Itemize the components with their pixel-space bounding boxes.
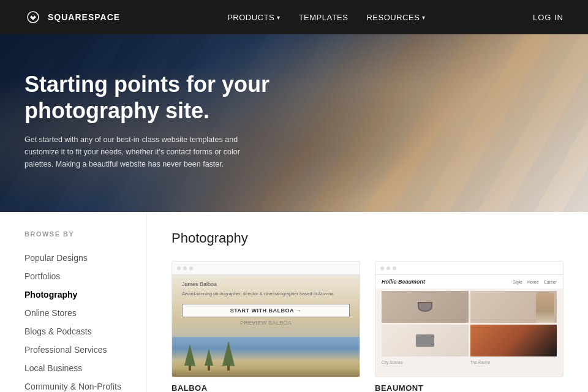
nav-templates[interactable]: TEMPLATES — [299, 13, 349, 22]
template-card-beaumont[interactable]: Hollie Beaumont Style Home Career — [375, 261, 564, 392]
beaumont-label-2: The Ravine — [470, 360, 557, 364]
logo-text: SQUARESPACE — [48, 12, 120, 22]
navbar: SQUARESPACE PRODUCTS ▾ TEMPLATES RESOURC… — [0, 0, 588, 34]
nav-resources[interactable]: RESOURCES ▾ — [366, 13, 425, 22]
beaumont-image-grid — [375, 288, 563, 359]
logo[interactable]: SQUARESPACE — [24, 9, 120, 26]
balboa-cta-secondary: PREVIEW BALBOA — [182, 320, 350, 326]
beaumont-label-1: City Scenes — [382, 360, 469, 364]
templates-heading: Photography — [172, 230, 564, 246]
sidebar-item-local-business[interactable]: Local Business — [24, 359, 122, 377]
chevron-down-icon-2: ▾ — [422, 14, 426, 21]
balboa-trees — [184, 341, 235, 371]
balboa-tree-2 — [205, 349, 213, 371]
balboa-cta-primary: START WITH BALBOA → — [182, 304, 350, 317]
balboa-tagline: Award-winning photographer, director & c… — [182, 291, 350, 298]
bowl-shape — [418, 302, 432, 312]
beaumont-dot-2 — [386, 266, 390, 270]
templates-area: Photography James Balboa Award-winning p… — [147, 212, 588, 392]
balboa-preview: James Balboa Award-winning photographer,… — [172, 261, 360, 377]
beaumont-image-4 — [470, 325, 557, 356]
balboa-template-name: BALBOA — [172, 383, 360, 392]
squarespace-logo-icon — [24, 9, 42, 26]
hero-section: Starting points for your photography sit… — [0, 34, 588, 212]
sidebar-item-photography[interactable]: Photography — [24, 285, 122, 304]
sidebar-item-blogs-podcasts[interactable]: Blogs & Podcasts — [24, 322, 122, 341]
sidebar-item-professional-services[interactable]: Professional Services — [24, 341, 122, 359]
person-shape — [536, 292, 554, 323]
beaumont-labels: City Scenes The Ravine — [375, 359, 563, 366]
beaumont-dot-3 — [393, 266, 396, 270]
browse-by-label: BROWSE BY — [24, 230, 122, 238]
sidebar-item-community-nonprofits[interactable]: Community & Non-Profits — [24, 377, 122, 392]
main-content: BROWSE BY Popular Designs Portfolios Pho… — [0, 212, 588, 392]
balboa-tree-1 — [184, 344, 195, 371]
tree-top-2 — [205, 349, 213, 366]
browser-dot-1 — [177, 266, 181, 270]
hero-content: Starting points for your photography sit… — [0, 34, 318, 195]
tree-top-3 — [222, 341, 235, 366]
beaumont-image-3 — [382, 325, 469, 356]
beaumont-image-2 — [470, 291, 557, 323]
beaumont-nav-home: Home — [527, 280, 539, 284]
balboa-landscape — [172, 337, 360, 377]
nav-links: PRODUCTS ▾ TEMPLATES RESOURCES ▾ — [227, 13, 426, 22]
login-link[interactable]: LOG IN — [533, 13, 564, 22]
beaumont-nav: Hollie Beaumont Style Home Career — [375, 275, 563, 288]
tree-trunk-3 — [227, 366, 230, 371]
balboa-browser-bar — [172, 262, 360, 275]
tree-trunk-1 — [189, 366, 191, 371]
beaumont-nav-style: Style — [513, 280, 522, 284]
tree-trunk-2 — [208, 366, 210, 371]
hero-title: Starting points for your photography sit… — [24, 71, 294, 124]
beaumont-nav-career: Career — [544, 280, 557, 284]
beaumont-template-name: BEAUMONT — [375, 383, 564, 392]
hero-subtitle: Get started with any of our best-in-clas… — [24, 134, 257, 170]
sidebar-item-online-stores[interactable]: Online Stores — [24, 304, 122, 322]
nav-products[interactable]: PRODUCTS ▾ — [227, 13, 280, 22]
balboa-tree-3 — [222, 341, 235, 371]
beaumont-nav-links: Style Home Career — [513, 280, 557, 284]
beaumont-preview: Hollie Beaumont Style Home Career — [375, 261, 564, 377]
sidebar-item-portfolios[interactable]: Portfolios — [24, 267, 122, 285]
beaumont-browser-bar — [375, 262, 563, 275]
chevron-down-icon: ▾ — [277, 14, 281, 21]
beaumont-dot-1 — [380, 266, 384, 270]
browser-dot-2 — [183, 266, 187, 270]
beaumont-image-1 — [382, 291, 469, 323]
sidebar-item-popular-designs[interactable]: Popular Designs — [24, 249, 122, 267]
sidebar: BROWSE BY Popular Designs Portfolios Pho… — [0, 212, 147, 392]
templates-grid: James Balboa Award-winning photographer,… — [172, 261, 564, 392]
camera-shape — [416, 334, 434, 347]
tree-top-1 — [184, 344, 195, 366]
balboa-photographer-name: James Balboa — [182, 281, 350, 287]
beaumont-brand-name: Hollie Beaumont — [382, 279, 425, 285]
browser-dot-3 — [189, 266, 193, 270]
template-card-balboa[interactable]: James Balboa Award-winning photographer,… — [172, 261, 360, 392]
